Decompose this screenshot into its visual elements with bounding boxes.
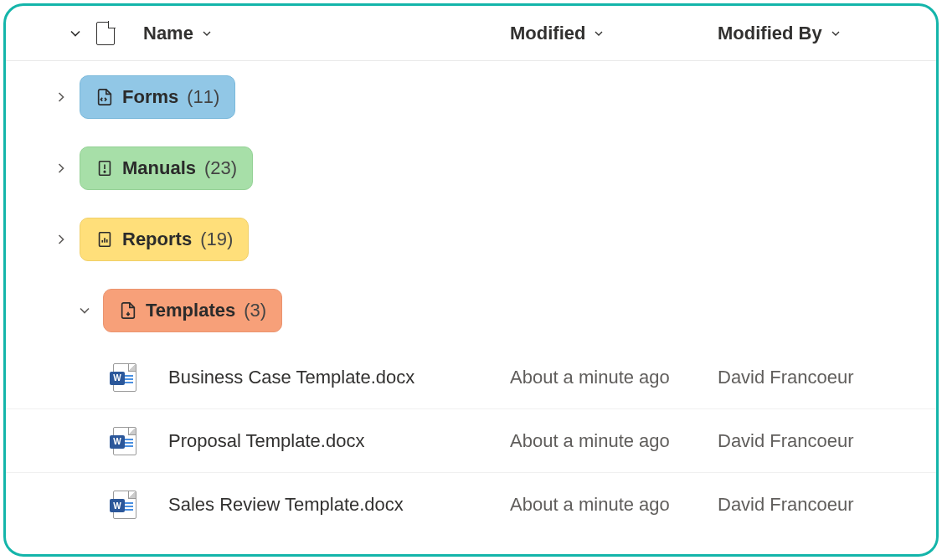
folder-count: (19) bbox=[200, 229, 233, 250]
folder-label: Forms bbox=[122, 86, 178, 108]
expand-toggle[interactable] bbox=[43, 89, 80, 105]
file-row[interactable]: W Business Case Template.docx About a mi… bbox=[6, 346, 936, 409]
header-filetype-column bbox=[93, 22, 143, 45]
column-header-name-label: Name bbox=[143, 23, 193, 44]
file-type-icon-cell: W bbox=[113, 363, 168, 392]
expand-toggle[interactable] bbox=[43, 160, 80, 177]
folder-label: Templates bbox=[146, 300, 235, 321]
chevron-down-icon bbox=[829, 27, 842, 40]
folder-label: Reports bbox=[122, 229, 192, 250]
folder-row: Reports (19) bbox=[6, 203, 936, 275]
chevron-down-icon bbox=[592, 27, 605, 40]
chevron-down-icon bbox=[200, 27, 214, 40]
chevron-down-icon bbox=[67, 25, 84, 42]
folder-pill[interactable]: Reports (19) bbox=[80, 218, 249, 261]
file-modified: About a minute ago bbox=[510, 367, 718, 388]
column-header-modifiedby-label: Modified By bbox=[718, 23, 822, 44]
column-header-modifiedby[interactable]: Modified By bbox=[718, 23, 936, 44]
expand-toggle[interactable] bbox=[66, 302, 103, 319]
manual-icon bbox=[95, 159, 114, 177]
folder-count: (11) bbox=[187, 86, 219, 108]
chevron-right-icon bbox=[53, 89, 69, 105]
folder-count: (23) bbox=[204, 157, 237, 179]
chevron-right-icon bbox=[53, 231, 69, 248]
file-name: Sales Review Template.docx bbox=[168, 494, 510, 516]
column-header-modified[interactable]: Modified bbox=[510, 23, 718, 44]
word-document-icon: W bbox=[113, 491, 136, 519]
file-row[interactable]: W Sales Review Template.docx About a min… bbox=[6, 473, 936, 537]
file-author: David Francoeur bbox=[718, 367, 936, 388]
folder-row: Manuals (23) bbox=[6, 132, 936, 203]
folder-pill[interactable]: Manuals (23) bbox=[80, 146, 253, 190]
form-icon bbox=[95, 88, 114, 106]
word-document-icon: W bbox=[113, 363, 136, 392]
file-type-icon-cell: W bbox=[113, 427, 168, 455]
report-icon bbox=[95, 230, 114, 249]
svg-point-2 bbox=[104, 171, 105, 172]
file-author: David Francoeur bbox=[718, 494, 936, 516]
file-author: David Francoeur bbox=[718, 430, 936, 452]
header-expand-all[interactable] bbox=[58, 25, 93, 42]
file-name: Proposal Template.docx bbox=[168, 430, 510, 452]
file-icon bbox=[96, 22, 115, 45]
file-modified: About a minute ago bbox=[510, 430, 718, 452]
file-name: Business Case Template.docx bbox=[168, 367, 510, 388]
column-header-modified-label: Modified bbox=[510, 23, 585, 44]
chevron-down-icon bbox=[76, 302, 93, 319]
file-row[interactable]: W Proposal Template.docx About a minute … bbox=[6, 409, 936, 473]
file-modified: About a minute ago bbox=[510, 494, 718, 516]
chevron-right-icon bbox=[53, 160, 69, 177]
column-header-name[interactable]: Name bbox=[143, 23, 510, 44]
folder-row: Templates (3) bbox=[6, 275, 936, 346]
folder-pill[interactable]: Forms (11) bbox=[80, 75, 235, 119]
folder-count: (3) bbox=[244, 300, 266, 321]
word-document-icon: W bbox=[113, 427, 136, 455]
folder-label: Manuals bbox=[122, 157, 196, 179]
expand-toggle[interactable] bbox=[43, 231, 80, 248]
folder-row: Forms (11) bbox=[6, 61, 936, 132]
folder-pill[interactable]: Templates (3) bbox=[103, 289, 282, 332]
column-header-row: Name Modified Modified By bbox=[6, 6, 936, 61]
file-type-icon-cell: W bbox=[113, 491, 168, 519]
template-icon bbox=[119, 301, 137, 320]
